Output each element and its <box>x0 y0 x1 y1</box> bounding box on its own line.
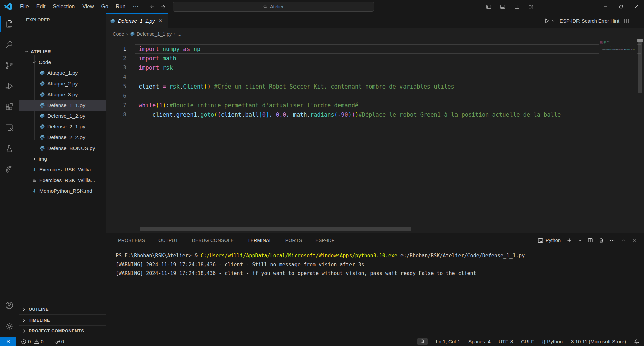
restore-button[interactable] <box>613 0 629 13</box>
terminal-dropdown-icon[interactable] <box>578 238 582 243</box>
tree-item-defense-2-1-py[interactable]: Defense_2_1.py <box>19 121 106 132</box>
tree-item-attaque-3-py[interactable]: Attaque_3.py <box>19 89 106 100</box>
remote-explorer-icon[interactable] <box>0 117 19 138</box>
editor-more-actions-icon[interactable] <box>634 18 640 24</box>
language-mode[interactable]: {} Python <box>542 339 563 344</box>
menu-run[interactable]: Run <box>112 2 129 11</box>
tree-item-memopython-rsk-md[interactable]: MemoPython_RSK.md <box>19 186 106 196</box>
customize-layout-icon[interactable] <box>525 2 537 12</box>
panel-tab-esp-idf[interactable]: ESP-IDF <box>315 234 335 246</box>
tree-item-exercices-rsk-willia-[interactable]: Exercices_RSK_Willia... <box>19 164 106 175</box>
markdown-file-icon <box>32 188 37 194</box>
menu-selection[interactable]: Selection <box>49 2 78 11</box>
remote-icon <box>5 339 11 344</box>
terminal-shell-selector[interactable]: Python <box>538 238 561 243</box>
problems-indicator[interactable]: 0 0 <box>20 339 45 344</box>
split-editor-icon[interactable] <box>624 18 630 24</box>
notifications-bell-icon[interactable] <box>634 339 639 344</box>
tree-item-defense-1-2-py[interactable]: Defense_1_2.py <box>19 111 106 121</box>
section-timeline[interactable]: TIMELINE <box>19 314 106 325</box>
tree-item-label: Defense_2_2.py <box>47 134 85 140</box>
breadcrumb-symbol[interactable]: ... <box>177 31 181 37</box>
minimap[interactable]: import numpy as npimport mathimport rskc… <box>599 39 637 233</box>
run-debug-icon[interactable] <box>0 76 19 97</box>
menu-view[interactable]: View <box>78 2 97 11</box>
close-tab-icon[interactable]: ✕ <box>157 18 164 24</box>
toggle-sidebar-icon[interactable] <box>483 2 494 12</box>
tree-item-label: Defense_BONUS.py <box>47 145 95 151</box>
editor-tab-defense-1-1-py[interactable]: Defense_1_1.py✕ <box>106 13 168 28</box>
menu-bar: FileEditSelectionViewGoRun··· <box>16 2 142 11</box>
tree-item-img[interactable]: img <box>19 154 106 164</box>
close-window-button[interactable] <box>629 0 644 13</box>
close-panel-icon[interactable] <box>632 238 637 243</box>
zoom-status-icon[interactable] <box>417 338 428 345</box>
tree-item-exercices-rsk-willia-[interactable]: Exercices_RSK_Willia... <box>19 175 106 186</box>
bottom-panel: PROBLEMSOUTPUTDEBUG CONSOLETERMINALPORTS… <box>106 233 644 337</box>
panel-tab-problems[interactable]: PROBLEMS <box>117 234 146 246</box>
source-control-icon[interactable] <box>0 55 19 76</box>
menu-edit[interactable]: Edit <box>33 2 49 11</box>
tree-item-defense-2-2-py[interactable]: Defense_2_2.py <box>19 132 106 143</box>
tree-item-code[interactable]: Code <box>19 57 106 68</box>
tree-item-defense-1-1-py[interactable]: Defense_1_1.py <box>19 100 106 111</box>
panel-tab-terminal[interactable]: TERMINAL <box>247 234 273 246</box>
run-button[interactable] <box>544 18 555 24</box>
menu-[interactable]: ··· <box>129 2 142 11</box>
nav-back-button[interactable] <box>149 4 155 10</box>
indentation[interactable]: Spaces: 4 <box>468 339 491 344</box>
panel-tab-output[interactable]: OUTPUT <box>158 234 179 246</box>
explorer-actions-icon[interactable]: ··· <box>95 17 101 23</box>
vertical-scrollbar[interactable] <box>637 39 643 233</box>
code-editor[interactable]: 1import numpy as np2import math3import r… <box>106 39 644 233</box>
braces-icon: {} <box>542 339 545 344</box>
section-project-components[interactable]: PROJECT COMPONENTS <box>19 325 106 336</box>
settings-gear-icon[interactable] <box>0 316 19 337</box>
terminal-output[interactable]: PS E:\Rhoban\RSK\Atelier> & C:/Users/wil… <box>116 251 637 278</box>
horizontal-scrollbar[interactable] <box>106 227 596 231</box>
minimize-button[interactable] <box>598 0 613 13</box>
split-terminal-icon[interactable] <box>588 238 593 243</box>
command-center-search[interactable]: Atelier <box>173 2 374 12</box>
tree-item-defense-bonus-py[interactable]: Defense_BONUS.py <box>19 143 106 154</box>
extensions-icon[interactable] <box>0 97 19 117</box>
tree-item-attaque-2-py[interactable]: Attaque_2.py <box>19 78 106 89</box>
esp-idf-port-indicator[interactable]: 0 <box>53 339 65 344</box>
nav-forward-button[interactable] <box>160 4 166 10</box>
maximize-panel-icon[interactable] <box>621 238 626 243</box>
tree-item-attaque-1-py[interactable]: Attaque_1.py <box>19 68 106 78</box>
toggle-panel-icon[interactable] <box>497 2 508 12</box>
breadcrumb-file[interactable]: Defense_1_1.py <box>130 31 172 37</box>
menu-file[interactable]: File <box>16 2 33 11</box>
search-icon[interactable] <box>0 34 19 55</box>
breadcrumb-folder[interactable]: Code <box>113 31 124 37</box>
python-file-icon <box>40 103 45 108</box>
line-number: 2 <box>106 54 126 63</box>
cursor-position[interactable]: Ln 1, Col 1 <box>436 339 460 344</box>
horizontal-scrollbar-thumb[interactable] <box>140 227 411 231</box>
panel-tab-ports[interactable]: PORTS <box>285 234 303 246</box>
menu-go[interactable]: Go <box>98 2 112 11</box>
encoding[interactable]: UTF-8 <box>499 339 513 344</box>
testing-icon[interactable] <box>0 138 19 159</box>
remote-indicator[interactable] <box>0 337 16 346</box>
esp-idf-icon[interactable] <box>0 159 19 180</box>
section-outline[interactable]: OUTLINE <box>19 304 106 314</box>
tree-item-atelier[interactable]: ATELIER <box>19 46 106 57</box>
explorer-icon[interactable] <box>0 13 19 34</box>
kill-terminal-icon[interactable] <box>599 238 604 243</box>
vertical-scrollbar-thumb[interactable] <box>638 39 642 93</box>
account-icon[interactable] <box>0 295 19 316</box>
minimap-line: client = rsk.Client() #Crée un client Ro… <box>600 46 635 47</box>
panel-toolbar: Python <box>538 233 637 248</box>
panel-tab-debug-console[interactable]: DEBUG CONSOLE <box>191 234 235 246</box>
panel-more-actions-icon[interactable] <box>610 238 615 243</box>
python-file-icon <box>40 92 45 97</box>
chevron-right-icon <box>32 156 37 162</box>
esp-idf-hint-button[interactable]: ESP-IDF: Search Error Hint <box>560 18 619 24</box>
python-interpreter[interactable]: 3.10.11 (Microsoft Store) <box>571 339 626 344</box>
toggle-secondary-sidebar-icon[interactable] <box>511 2 523 12</box>
line-number: 7 <box>106 101 126 110</box>
eol-sequence[interactable]: CRLF <box>521 339 534 344</box>
new-terminal-icon[interactable] <box>567 238 572 243</box>
